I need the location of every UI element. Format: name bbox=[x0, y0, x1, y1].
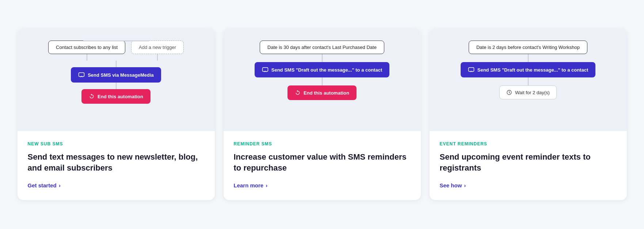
card-content-3: EVENT REMINDERS Send upcoming event remi… bbox=[430, 131, 627, 200]
card-link-3[interactable]: See how › bbox=[440, 182, 617, 188]
fork-arm-left: Contact subscribes to any list bbox=[48, 41, 125, 61]
chevron-icon-1: › bbox=[59, 182, 61, 188]
trigger-box-3: Date is 2 days before contact's Writing … bbox=[469, 41, 587, 54]
card-new-sub-sms: Contact subscribes to any list Add a new… bbox=[18, 29, 215, 200]
card-title-1: Send text messages to new newsletter, bl… bbox=[28, 152, 205, 173]
sms-icon-2 bbox=[262, 66, 268, 73]
action-purple-2: Send SMS "Draft out the message..." to a… bbox=[255, 62, 389, 77]
trigger-box-1: Contact subscribes to any list bbox=[48, 41, 125, 54]
card-link-2[interactable]: Learn more › bbox=[234, 182, 411, 188]
action-purple-3: Send SMS "Draft out the message..." to a… bbox=[461, 62, 595, 77]
card-content-2: REMINDER SMS Increase customer value wit… bbox=[224, 131, 421, 200]
sms-icon-1 bbox=[78, 72, 85, 78]
trigger-row: Contact subscribes to any list Add a new… bbox=[26, 41, 206, 61]
trigger-box-dashed[interactable]: Add a new trigger bbox=[131, 41, 184, 54]
cards-container: Contact subscribes to any list Add a new… bbox=[12, 29, 633, 200]
card-link-1[interactable]: Get started › bbox=[28, 182, 205, 188]
card-title-2: Increase customer value with SMS reminde… bbox=[234, 152, 411, 173]
card-diagram-3: Date is 2 days before contact's Writing … bbox=[430, 29, 627, 131]
linear-diagram-2: Date is 30 days after contact's Last Pur… bbox=[232, 41, 412, 100]
connector-2a bbox=[322, 54, 323, 62]
category-label-1: NEW SUB SMS bbox=[28, 141, 205, 146]
action-purple-1: Send SMS via MessageMedia bbox=[71, 67, 161, 83]
sms-icon-3 bbox=[468, 66, 475, 73]
card-reminder-sms: Date is 30 days after contact's Last Pur… bbox=[224, 29, 421, 200]
card-content-1: NEW SUB SMS Send text messages to new ne… bbox=[18, 131, 215, 200]
linear-diagram-3: Date is 2 days before contact's Writing … bbox=[438, 41, 618, 99]
end-box-2: End this automation bbox=[287, 85, 357, 100]
card-diagram-1: Contact subscribes to any list Add a new… bbox=[18, 29, 215, 131]
connector-left bbox=[87, 54, 87, 61]
fork-diagram: Contact subscribes to any list Add a new… bbox=[26, 41, 206, 104]
category-label-2: REMINDER SMS bbox=[234, 141, 411, 146]
wait-box-3: Wait for 2 day(s) bbox=[499, 85, 557, 99]
chevron-icon-3: › bbox=[464, 182, 466, 188]
merge-line bbox=[116, 61, 117, 67]
card-diagram-2: Date is 30 days after contact's Last Pur… bbox=[224, 29, 421, 131]
fork-arm-right: Add a new trigger bbox=[131, 41, 184, 61]
connector-3 bbox=[116, 83, 117, 89]
connector-2b bbox=[322, 77, 323, 85]
connector-3a bbox=[528, 54, 529, 62]
refresh-icon-2 bbox=[295, 90, 301, 96]
card-title-3: Send upcoming event reminder texts to re… bbox=[440, 152, 617, 173]
card-event-reminders: Date is 2 days before contact's Writing … bbox=[430, 29, 627, 200]
category-label-3: EVENT REMINDERS bbox=[440, 141, 617, 146]
clock-icon-3 bbox=[506, 89, 512, 95]
chevron-icon-2: › bbox=[266, 182, 267, 188]
end-box-1: End this automation bbox=[81, 89, 150, 104]
refresh-icon-1 bbox=[89, 93, 95, 99]
trigger-box-2: Date is 30 days after contact's Last Pur… bbox=[260, 41, 384, 54]
connector-3b bbox=[528, 77, 529, 85]
connector-right bbox=[157, 54, 158, 61]
